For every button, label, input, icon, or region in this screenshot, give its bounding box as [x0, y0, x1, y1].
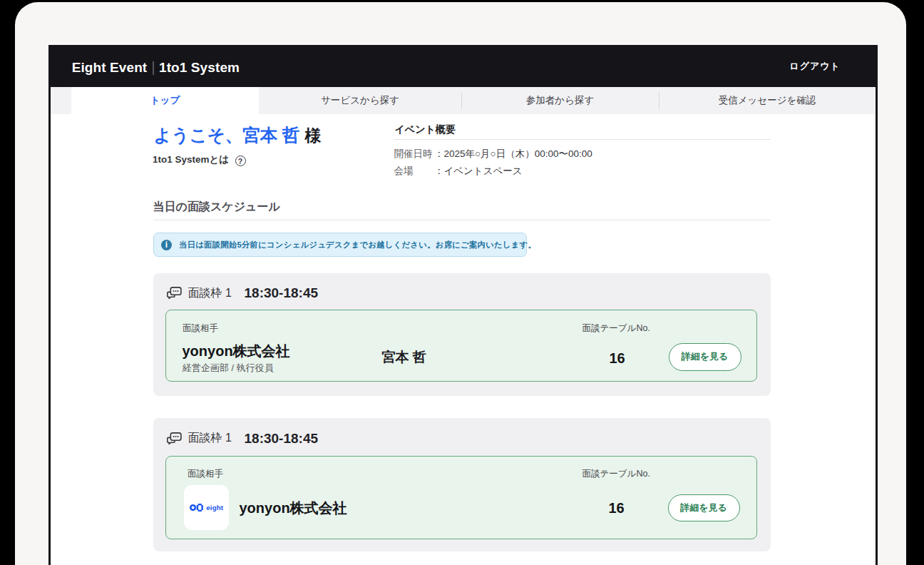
svg-text:eight: eight [206, 504, 224, 511]
